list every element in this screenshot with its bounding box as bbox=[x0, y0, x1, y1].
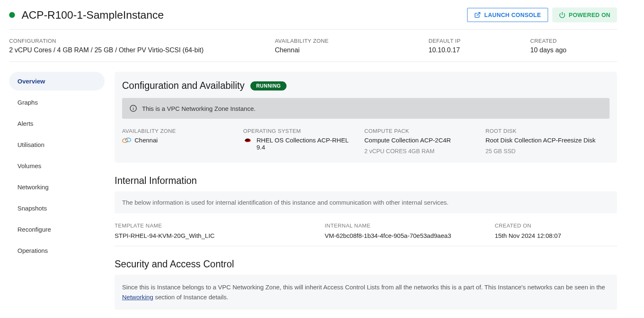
meta-az-value: Chennai bbox=[275, 46, 412, 54]
sidebar-item-snapshots[interactable]: Snapshots bbox=[9, 199, 105, 218]
sidebar-item-reconfigure[interactable]: Reconfigure bbox=[9, 220, 105, 239]
config-os-cell: OPERATING SYSTEM RHEL OS Collections ACP… bbox=[243, 128, 360, 154]
svg-point-6 bbox=[125, 138, 131, 142]
internal-grid: TEMPLATE NAME STPI-RHEL-94-KVM-20G_With_… bbox=[115, 223, 617, 246]
config-compute-cell: COMPUTE PACK Compute Collection ACP-2C4R… bbox=[365, 128, 482, 154]
config-disk-label: ROOT DISK bbox=[485, 128, 622, 134]
meta-availability-zone: AVAILABILITY ZONE Chennai bbox=[275, 38, 412, 54]
cloud-icon bbox=[122, 137, 130, 142]
meta-config-label: CONFIGURATION bbox=[9, 38, 258, 44]
config-compute-value: Compute Collection ACP-2C4R bbox=[365, 137, 482, 144]
power-icon bbox=[559, 12, 566, 18]
networking-link[interactable]: Networking bbox=[122, 294, 153, 301]
meta-default-ip: DEFAULT IP 10.10.0.17 bbox=[429, 38, 514, 54]
content: Configuration and Availability RUNNING T… bbox=[115, 72, 617, 310]
config-az-value: Chennai bbox=[135, 137, 158, 144]
vpc-notice-text: This is a VPC Networking Zone Instance. bbox=[142, 105, 255, 112]
sidebar-item-operations[interactable]: Operations bbox=[9, 241, 105, 260]
config-disk-cell: ROOT DISK Root Disk Collection ACP-Frees… bbox=[485, 128, 622, 154]
meta-configuration: CONFIGURATION 2 vCPU Cores / 4 GB RAM / … bbox=[9, 38, 258, 54]
external-link-icon bbox=[474, 12, 481, 18]
header-row: ACP-R100-1-SampleInstance LAUNCH CONSOLE… bbox=[9, 7, 617, 29]
config-compute-sub: 2 vCPU CORES 4GB RAM bbox=[365, 148, 482, 154]
internal-info-section: Internal Information The below informati… bbox=[115, 175, 617, 246]
internal-info-note: The below information is used for intern… bbox=[115, 191, 617, 213]
internal-name-label: INTERNAL NAME bbox=[325, 223, 490, 229]
security-note-post: section of Instance details. bbox=[153, 294, 228, 301]
internal-template-value: STPI-RHEL-94-KVM-20G_With_LIC bbox=[115, 232, 321, 239]
launch-console-label: LAUNCH CONSOLE bbox=[484, 12, 541, 18]
title-group: ACP-R100-1-SampleInstance bbox=[9, 9, 164, 22]
sidebar-item-graphs[interactable]: Graphs bbox=[9, 93, 105, 112]
internal-created-label: CREATED ON bbox=[495, 223, 625, 229]
internal-section-title: Internal Information bbox=[115, 175, 617, 186]
powered-on-button[interactable]: POWERED ON bbox=[552, 7, 617, 22]
sidebar-item-alerts[interactable]: Alerts bbox=[9, 114, 105, 133]
meta-config-value: 2 vCPU Cores / 4 GB RAM / 25 GB / Other … bbox=[9, 46, 258, 54]
svg-line-0 bbox=[477, 12, 480, 15]
sidebar-item-volumes[interactable]: Volumes bbox=[9, 157, 105, 175]
internal-created-cell: CREATED ON 15th Nov 2024 12:08:07 bbox=[495, 223, 625, 239]
security-section-title: Security and Access Control bbox=[115, 259, 617, 270]
instance-title: ACP-R100-1-SampleInstance bbox=[22, 9, 164, 22]
meta-created-value: 10 days ago bbox=[530, 46, 566, 54]
config-grid: AVAILABILITY ZONE Chennai OPERATING SYST… bbox=[122, 128, 610, 154]
config-compute-label: COMPUTE PACK bbox=[365, 128, 482, 134]
info-icon bbox=[130, 105, 137, 112]
security-note-pre: Since this is Instance belongs to a VPC … bbox=[122, 284, 605, 291]
internal-created-value: 15th Nov 2024 12:08:07 bbox=[495, 232, 625, 239]
powered-on-label: POWERED ON bbox=[569, 12, 610, 18]
status-dot-icon bbox=[9, 12, 15, 18]
launch-console-button[interactable]: LAUNCH CONSOLE bbox=[467, 8, 548, 22]
header-actions: LAUNCH CONSOLE POWERED ON bbox=[467, 7, 617, 22]
config-az-label: AVAILABILITY ZONE bbox=[122, 128, 239, 134]
rhel-icon bbox=[243, 137, 252, 143]
vpc-notice: This is a VPC Networking Zone Instance. bbox=[122, 98, 610, 119]
meta-ip-label: DEFAULT IP bbox=[429, 38, 514, 44]
internal-name-cell: INTERNAL NAME VM-62bc08f8-1b34-4fce-905a… bbox=[325, 223, 490, 239]
security-note: Since this is Instance belongs to a VPC … bbox=[115, 275, 617, 310]
meta-created-label: CREATED bbox=[530, 38, 566, 44]
sidebar-item-networking[interactable]: Networking bbox=[9, 178, 105, 196]
meta-az-label: AVAILABILITY ZONE bbox=[275, 38, 412, 44]
meta-ip-value: 10.10.0.17 bbox=[429, 46, 514, 54]
meta-row: CONFIGURATION 2 vCPU Cores / 4 GB RAM / … bbox=[9, 29, 617, 62]
config-os-label: OPERATING SYSTEM bbox=[243, 128, 360, 134]
config-os-value: RHEL OS Collections ACP-RHEL 9.4 bbox=[257, 137, 352, 151]
config-disk-sub: 25 GB SSD bbox=[485, 148, 622, 154]
sidebar: Overview Graphs Alerts Utilisation Volum… bbox=[9, 72, 105, 310]
sidebar-item-utilisation[interactable]: Utilisation bbox=[9, 135, 105, 154]
svg-point-5 bbox=[122, 139, 128, 142]
config-panel: Configuration and Availability RUNNING T… bbox=[115, 72, 617, 163]
security-section: Security and Access Control Since this i… bbox=[115, 259, 617, 310]
internal-template-cell: TEMPLATE NAME STPI-RHEL-94-KVM-20G_With_… bbox=[115, 223, 321, 239]
internal-template-label: TEMPLATE NAME bbox=[115, 223, 321, 229]
config-az-cell: AVAILABILITY ZONE Chennai bbox=[122, 128, 239, 154]
running-badge: RUNNING bbox=[250, 81, 287, 91]
internal-name-value: VM-62bc08f8-1b34-4fce-905a-70e53ad9aea3 bbox=[325, 232, 490, 239]
config-section-title: Configuration and Availability bbox=[122, 80, 245, 91]
config-disk-value: Root Disk Collection ACP-Freesize Disk bbox=[485, 137, 622, 144]
meta-created: CREATED 10 days ago bbox=[530, 38, 566, 54]
sidebar-item-overview[interactable]: Overview bbox=[9, 72, 105, 91]
config-title-row: Configuration and Availability RUNNING bbox=[122, 80, 610, 91]
